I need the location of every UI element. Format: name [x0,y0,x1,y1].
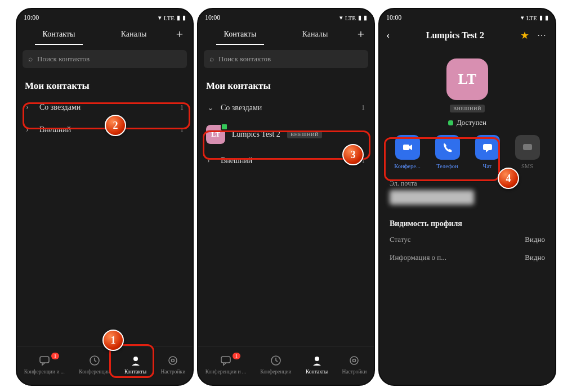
sms-icon [515,135,540,160]
wifi-icon: ▾ [521,14,524,21]
screen-2: 10:00 ▾ LTE ▮ ▮ Контакты Каналы + ⌕ Поис… [197,8,375,386]
nav-meetings-chat[interactable]: 1 Конференции и ... [24,354,65,375]
tab-contacts[interactable]: Контакты [21,24,96,44]
svg-rect-0 [40,357,49,363]
visibility-title: Видимость профиля [379,214,555,231]
group-external-count: 1 [180,126,184,134]
nav-settings[interactable]: Настройки [342,354,367,375]
profile-title: Lumpics Test 2 [396,30,515,40]
contact-name: Lumpics Test 2 [232,130,280,139]
nav-contacts-label: Контакты [124,369,146,375]
status-bar: 10:00 ▾ LTE ▮ ▮ [379,9,555,23]
group-starred-count: 1 [180,103,184,112]
tab-contacts[interactable]: Контакты [203,24,278,44]
action-conference[interactable]: Конфере... [391,135,424,169]
visibility-info-label: Информация о п... [390,253,446,262]
group-starred-count: 1 [361,103,365,112]
group-external-label: Внешний [39,125,71,134]
section-title: Мои контакты [198,73,374,96]
action-sms: SMS [511,135,544,169]
nav-settings-label: Настройки [342,369,367,375]
add-button[interactable]: + [352,28,369,40]
section-title: Мои контакты [17,73,193,96]
top-tabs: Контакты Каналы + [198,23,374,46]
chat-icon [220,354,232,367]
tab-channels[interactable]: Каналы [278,24,352,44]
signal-icon: ▮ [177,14,180,21]
chat-icon [38,354,51,367]
action-phone-label: Телефон [436,163,458,169]
nav-meetings-chat-label: Конференции и ... [24,369,65,375]
group-starred[interactable]: › Со звездами 1 [17,96,193,119]
action-chat-label: Чат [483,163,492,169]
bottom-nav: 1 Конференции и ... Конференции Контакты… [17,346,193,385]
more-icon[interactable]: ⋯ [535,30,548,40]
action-phone[interactable]: Телефон [431,135,464,169]
external-badge: ВНЕШНИЙ [450,105,485,112]
group-external[interactable]: › Внешний 1 [198,150,374,172]
group-external-count: 1 [361,157,365,165]
phone-icon [435,135,460,160]
message-icon [475,135,500,160]
action-chat[interactable]: Чат [471,135,504,169]
status-text: Доступен [457,118,486,127]
screen-1: 10:00 ▾ LTE ▮ ▮ Контакты Каналы + ⌕ Поис… [16,8,194,386]
svg-point-4 [172,359,175,362]
gear-icon [348,354,360,367]
search-placeholder: Поиск контактов [218,55,271,64]
gear-icon [167,354,179,367]
nav-meetings[interactable]: Конференции [79,354,110,375]
svg-point-7 [315,357,319,361]
contact-row[interactable]: LT Lumpics Test 2 ВНЕШНИЙ [198,119,374,150]
back-button[interactable]: ‹ [386,29,390,42]
battery-icon: ▮ [182,14,186,21]
chevron-right-icon: › [207,156,214,165]
add-button[interactable]: + [171,28,188,40]
svg-rect-10 [403,145,409,150]
nav-meetings-label: Конференции [260,369,291,375]
svg-point-9 [353,359,356,362]
person-icon [311,354,323,367]
avatar: LT [206,125,225,144]
svg-rect-12 [523,144,532,150]
nav-meetings-chat-label: Конференции и ... [205,369,246,375]
nav-settings[interactable]: Настройки [160,354,185,375]
nav-meetings-label: Конференции [79,369,110,375]
group-external[interactable]: › Внешний 1 [17,119,193,141]
action-row: Конфере... Телефон Чат SMS [379,127,555,173]
top-tabs: Контакты Каналы + [17,23,193,46]
search-placeholder: Поиск контактов [37,55,90,64]
visibility-info-row: Информация о п... Видно [379,249,555,267]
battery-icon: ▮ [545,14,548,21]
signal-icon: ▮ [358,14,361,21]
status-time: 10:00 [24,13,39,22]
svg-point-3 [169,357,177,364]
visibility-status-label: Статус [390,235,411,244]
presence-indicator [221,123,228,130]
lte-label: LTE [345,15,356,21]
group-starred-expanded[interactable]: ⌄ Со звездами 1 [198,96,374,119]
nav-meetings-chat[interactable]: 1 Конференции и ... [205,354,246,375]
email-value-blurred [390,190,474,205]
lte-label: LTE [526,15,537,21]
battery-icon: ▮ [364,14,367,21]
email-section: Эл. почта [379,173,555,214]
avatar-initials: LT [211,130,220,139]
star-icon[interactable]: ★ [520,29,529,42]
status-time: 10:00 [205,13,220,22]
chevron-right-icon: › [26,125,33,134]
nav-contacts[interactable]: Контакты [124,354,146,375]
status-bar: 10:00 ▾ LTE ▮ ▮ [198,9,374,23]
profile-header: ‹ Lumpics Test 2 ★ ⋯ [379,23,555,47]
avatar-initials: LT [458,71,476,88]
search-input[interactable]: ⌕ Поиск контактов [204,50,368,68]
nav-meetings[interactable]: Конференции [260,354,291,375]
group-starred-label: Со звездами [221,103,262,112]
search-input[interactable]: ⌕ Поиск контактов [23,50,187,68]
email-label: Эл. почта [390,179,545,188]
avatar-large: LT [446,58,488,100]
nav-settings-label: Настройки [160,369,185,375]
tab-channels[interactable]: Каналы [96,24,171,44]
nav-contacts[interactable]: Контакты [306,354,328,375]
external-badge: ВНЕШНИЙ [287,130,322,138]
